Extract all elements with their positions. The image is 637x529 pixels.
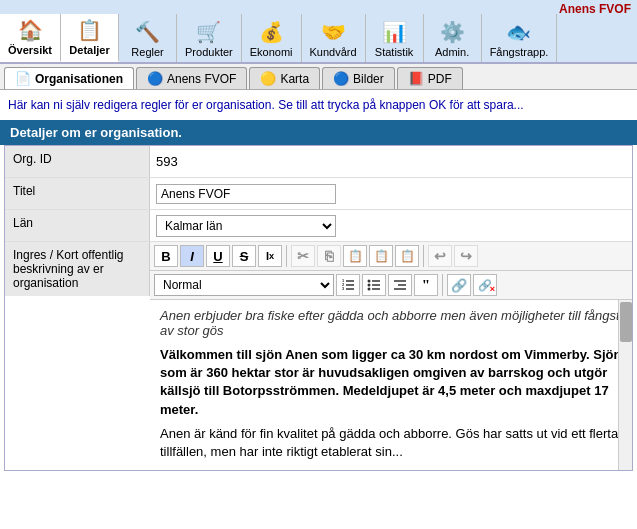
svg-text:3: 3 [342, 286, 345, 291]
nav-label-customer-care: Kundvård [310, 46, 357, 58]
titel-input[interactable] [156, 184, 336, 204]
rte-content-area[interactable]: Anen erbjuder bra fiske efter gädda och … [150, 300, 632, 470]
nav-label-economy: Ekonomi [250, 46, 293, 58]
rte-clear-format-btn[interactable]: Ix [258, 245, 282, 267]
customer-care-icon: 🤝 [321, 20, 346, 44]
label-lan: Län [5, 210, 150, 241]
tab-anens-label: Anens FVOF [167, 72, 236, 86]
label-ingres: Ingres / Kort offentlig beskrivning av e… [5, 242, 150, 296]
tab-organisation-label: Organisationen [35, 72, 123, 86]
overview-icon: 🏠 [18, 18, 43, 42]
rte-undo-btn[interactable]: ↩ [428, 245, 452, 267]
tab-anens-icon: 🔵 [147, 71, 163, 86]
nav-label-rules: Regler [131, 46, 163, 58]
svg-point-9 [368, 280, 371, 283]
rte-bold-para: Välkommen till sjön Anen som ligger ca 3… [160, 346, 622, 419]
nav-item-economy[interactable]: 💰 Ekonomi [242, 14, 302, 62]
economy-icon: 💰 [259, 20, 284, 44]
value-titel [150, 178, 632, 209]
rte-scrollbar[interactable] [618, 300, 632, 470]
rte-italic-btn[interactable]: I [180, 245, 204, 267]
navbar: 🏠 Översikt 📋 Detaljer 🔨 Regler 🛒 Produkt… [0, 14, 637, 64]
tab-pdf-label: PDF [428, 72, 452, 86]
tab-organisation-icon: 📄 [15, 71, 31, 86]
value-lan: Kalmar län [150, 210, 632, 241]
nav-item-catch-trap[interactable]: 🐟 Fångstrapp. [482, 14, 558, 62]
rte-indent-btn[interactable] [388, 274, 412, 296]
nav-item-overview[interactable]: 🏠 Översikt [0, 14, 61, 62]
form-area: Org. ID 593 Titel Län Kalmar län Ingres … [4, 145, 633, 471]
svg-point-10 [368, 284, 371, 287]
details-icon: 📋 [77, 18, 102, 42]
form-row-ingres: Ingres / Kort offentlig beskrivning av e… [5, 242, 632, 470]
rte-redo-btn[interactable]: ↪ [454, 245, 478, 267]
rules-icon: 🔨 [135, 20, 160, 44]
rte-editor: B I U S Ix ✂ ⎘ 📋 📋 📋 ↩ ↪ [150, 242, 632, 470]
tab-images-label: Bilder [353, 72, 384, 86]
rte-unlink-btn[interactable]: 🔗× [473, 274, 497, 296]
rte-blockquote-btn[interactable]: " [414, 274, 438, 296]
rte-unordered-list-btn[interactable] [362, 274, 386, 296]
rte-ordered-list-btn[interactable]: 123 [336, 274, 360, 296]
rte-paste-text-btn[interactable]: 📋 [369, 245, 393, 267]
tab-map-label: Karta [280, 72, 309, 86]
form-row-org-id: Org. ID 593 [5, 146, 632, 178]
rte-divider2 [423, 245, 424, 267]
info-text: Här kan ni själv redigera regler för er … [0, 90, 637, 120]
nav-label-statistics: Statistik [375, 46, 414, 58]
section-header: Detaljer om er organisation. [0, 120, 637, 145]
rte-toolbar-row2: Normal 123 " 🔗 🔗× [150, 271, 632, 300]
rte-wrapper: B I U S Ix ✂ ⎘ 📋 📋 📋 ↩ ↪ [150, 242, 632, 470]
rte-underline-btn[interactable]: U [206, 245, 230, 267]
rte-paste-btn[interactable]: 📋 [343, 245, 367, 267]
label-titel: Titel [5, 178, 150, 209]
nav-label-catch-trap: Fångstrapp. [490, 46, 549, 58]
tab-pdf[interactable]: 📕 PDF [397, 67, 463, 89]
org-id-value: 593 [156, 154, 178, 169]
tab-pdf-icon: 📕 [408, 71, 424, 86]
label-org-id: Org. ID [5, 146, 150, 177]
tab-images[interactable]: 🔵 Bilder [322, 67, 395, 89]
statistics-icon: 📊 [382, 20, 407, 44]
rte-toolbar-row1: B I U S Ix ✂ ⎘ 📋 📋 📋 ↩ ↪ [150, 242, 632, 271]
rte-scroll-thumb[interactable] [620, 302, 632, 342]
tab-anens-fvof[interactable]: 🔵 Anens FVOF [136, 67, 247, 89]
rte-strikethrough-btn[interactable]: S [232, 245, 256, 267]
nav-item-details[interactable]: 📋 Detaljer [61, 14, 119, 62]
rte-link-btn[interactable]: 🔗 [447, 274, 471, 296]
tab-images-icon: 🔵 [333, 71, 349, 86]
admin-icon: ⚙️ [440, 20, 465, 44]
rte-content-wrapper: Anen erbjuder bra fiske efter gädda och … [150, 300, 632, 470]
rte-divider3 [442, 274, 443, 296]
rte-divider1 [286, 245, 287, 267]
rte-paste-word-btn[interactable]: 📋 [395, 245, 419, 267]
svg-point-11 [368, 288, 371, 291]
products-icon: 🛒 [196, 20, 221, 44]
nav-item-admin[interactable]: ⚙️ Admin. [424, 14, 482, 62]
value-org-id: 593 [150, 146, 632, 177]
rte-format-select[interactable]: Normal [154, 274, 334, 296]
nav-label-overview: Översikt [8, 44, 52, 56]
form-row-lan: Län Kalmar län [5, 210, 632, 242]
rte-copy-btn[interactable]: ⎘ [317, 245, 341, 267]
tab-map[interactable]: 🟡 Karta [249, 67, 320, 89]
rte-cut-btn[interactable]: ✂ [291, 245, 315, 267]
form-row-titel: Titel [5, 178, 632, 210]
nav-item-products[interactable]: 🛒 Produkter [177, 14, 242, 62]
rte-bold-btn[interactable]: B [154, 245, 178, 267]
rte-normal-para: Anen är känd för fin kvalitet på gädda o… [160, 425, 622, 461]
tab-organisation[interactable]: 📄 Organisationen [4, 67, 134, 89]
lan-select[interactable]: Kalmar län [156, 215, 336, 237]
nav-label-products: Produkter [185, 46, 233, 58]
nav-label-admin: Admin. [435, 46, 469, 58]
nav-label-details: Detaljer [69, 44, 109, 56]
nav-item-rules[interactable]: 🔨 Regler [119, 14, 177, 62]
tab-map-icon: 🟡 [260, 71, 276, 86]
catch-trap-icon: 🐟 [506, 20, 531, 44]
tabs-row: 📄 Organisationen 🔵 Anens FVOF 🟡 Karta 🔵 … [0, 64, 637, 90]
rte-italic-para: Anen erbjuder bra fiske efter gädda och … [160, 308, 622, 338]
nav-item-statistics[interactable]: 📊 Statistik [366, 14, 424, 62]
nav-item-customer-care[interactable]: 🤝 Kundvård [302, 14, 366, 62]
